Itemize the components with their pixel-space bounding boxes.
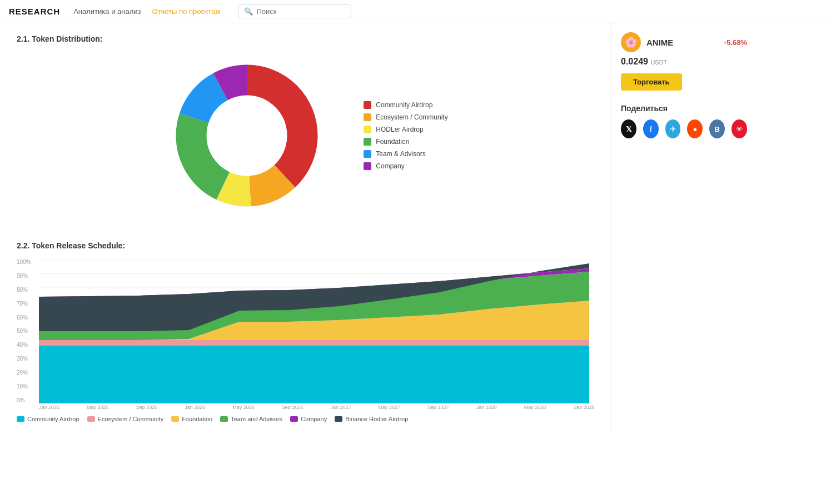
share-x-icon[interactable]: 𝕏: [621, 119, 636, 138]
donut-svg: [163, 52, 330, 219]
area-chart-wrapper: 100% 90% 80% 70% 60% 50% 40% 30% 20% 10%…: [39, 259, 589, 403]
search-input[interactable]: [256, 7, 345, 16]
donut-center: [207, 96, 287, 176]
area-chart-svg: [39, 259, 589, 403]
legend-color-6: [364, 162, 371, 170]
token-price-unit: USDT: [650, 59, 667, 66]
trade-button[interactable]: Торговать: [621, 73, 682, 91]
token-change: -5.68%: [724, 38, 747, 47]
area-legend-1: Community Airdrop: [17, 416, 79, 422]
nav: Аналитика и анализ Отчеты по проектам: [73, 7, 220, 16]
legend-color-2: [364, 113, 371, 121]
legend-label-6: Company: [376, 162, 404, 170]
legend-color-5: [364, 150, 371, 158]
share-icons: 𝕏 f ✈ ● В 👁: [621, 119, 747, 138]
layout: 2.1. Token Distribution:: [0, 23, 836, 433]
legend-item-6: Company: [364, 162, 447, 170]
donut-chart-area: Community Airdrop Ecosystem / Community …: [17, 52, 595, 219]
token-price: 0.0249 USDT: [621, 57, 747, 67]
legend-color-3: [364, 126, 371, 133]
donut-legend: Community Airdrop Ecosystem / Community …: [364, 101, 447, 170]
header: RESEARCH Аналитика и анализ Отчеты по пр…: [0, 0, 836, 23]
legend-label-5: Team & Advisors: [376, 150, 425, 158]
token-icon: 🌸: [621, 32, 641, 52]
donut-chart: [163, 52, 330, 219]
share-reddit-icon[interactable]: ●: [687, 119, 703, 138]
share-weibo-icon[interactable]: 👁: [732, 119, 747, 138]
area-legend-5: Company: [290, 416, 327, 422]
legend-color-4: [364, 138, 371, 146]
area-legend-2: Ecosystem / Community: [87, 416, 164, 422]
area-legend-6: Binance Hodler Airdrop: [335, 416, 408, 422]
area-community: [39, 346, 589, 403]
section2-title: 2.2. Token Release Schedule:: [17, 241, 595, 250]
share-facebook-icon[interactable]: f: [643, 119, 659, 138]
area-chart-section: 100% 90% 80% 70% 60% 50% 40% 30% 20% 10%…: [17, 259, 595, 422]
legend-item-2: Ecosystem / Community: [364, 113, 447, 121]
legend-label-3: HODLer Airdrop: [376, 126, 423, 133]
legend-label-1: Community Airdrop: [376, 101, 432, 109]
legend-item-4: Foundation: [364, 138, 447, 146]
section1-title: 2.1. Token Distribution:: [17, 34, 595, 43]
legend-item-1: Community Airdrop: [364, 101, 447, 109]
x-axis-labels: Jan 2025 May 2025 Sep 2025 Jan 2026 May …: [39, 405, 595, 410]
area-legend: Community Airdrop Ecosystem / Community …: [17, 416, 595, 422]
y-axis-labels: 100% 90% 80% 70% 60% 50% 40% 30% 20% 10%…: [17, 259, 31, 403]
legend-label-2: Ecosystem / Community: [376, 113, 447, 121]
share-title: Поделиться: [621, 104, 747, 113]
search-box: 🔍: [238, 4, 351, 18]
search-icon: 🔍: [244, 7, 253, 16]
token-name: ANIME: [646, 38, 673, 47]
logo: RESEARCH: [9, 7, 60, 16]
legend-item-3: HODLer Airdrop: [364, 126, 447, 133]
area-legend-3: Foundation: [171, 416, 212, 422]
legend-label-4: Foundation: [376, 138, 409, 146]
nav-analytics[interactable]: Аналитика и анализ: [73, 7, 141, 16]
nav-reports[interactable]: Отчеты по проектам: [152, 7, 220, 16]
area-legend-4: Team and Advisors: [220, 416, 282, 422]
sidebar: 🌸 ANIME -5.68% 0.0249 USDT Торговать Под…: [611, 23, 756, 433]
token-info: 🌸 ANIME -5.68%: [621, 32, 747, 52]
area-ecosystem: [39, 340, 589, 346]
legend-item-5: Team & Advisors: [364, 150, 447, 158]
share-vk-icon[interactable]: В: [709, 119, 725, 138]
legend-color-1: [364, 101, 371, 109]
main-content: 2.1. Token Distribution:: [0, 23, 611, 433]
share-telegram-icon[interactable]: ✈: [665, 119, 681, 138]
